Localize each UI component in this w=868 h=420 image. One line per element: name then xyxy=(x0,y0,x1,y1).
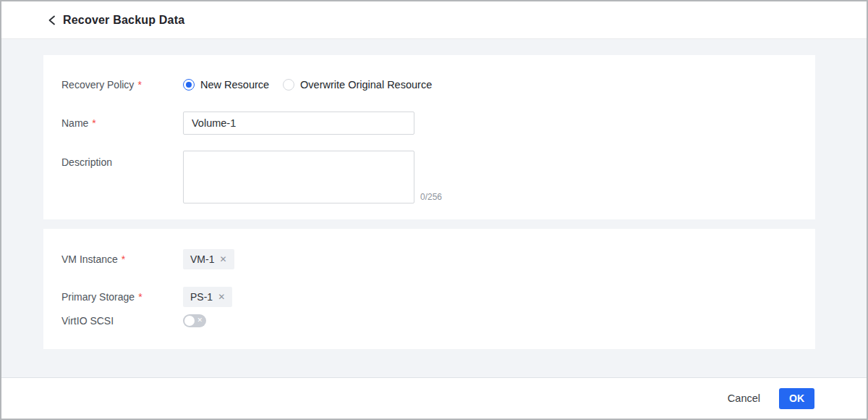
remove-tag-icon[interactable]: ✕ xyxy=(219,255,226,264)
description-row: Description 0/256 xyxy=(61,151,815,203)
page-title: Recover Backup Data xyxy=(63,14,184,27)
radio-new-resource-label: New Resource xyxy=(200,79,269,91)
resource-settings-card: VM Instance * VM-1 ✕ Primary Storage * P… xyxy=(43,229,815,349)
description-control: 0/256 xyxy=(183,151,442,203)
primary-storage-row: Primary Storage * PS-1 ✕ xyxy=(61,287,815,307)
required-asterisk: * xyxy=(122,253,125,265)
required-asterisk: * xyxy=(92,117,95,129)
chevron-left-icon xyxy=(47,15,56,25)
radio-new-resource[interactable]: New Resource xyxy=(183,79,269,91)
vm-instance-label: VM Instance * xyxy=(61,253,183,265)
dialog-footer: Cancel OK xyxy=(1,377,867,419)
toggle-off-icon: ✕ xyxy=(197,317,203,324)
radio-unselected-icon[interactable] xyxy=(283,79,294,91)
label-text: Recovery Policy xyxy=(61,79,134,91)
vm-instance-tag[interactable]: VM-1 ✕ xyxy=(183,249,234,269)
tag-text: PS-1 xyxy=(190,291,213,303)
name-row: Name * xyxy=(61,112,815,135)
required-asterisk: * xyxy=(137,79,141,91)
recovery-policy-radio-group: New Resource Overwrite Original Resource xyxy=(183,79,432,91)
recovery-policy-label: Recovery Policy * xyxy=(61,79,183,91)
radio-overwrite-original-label: Overwrite Original Resource xyxy=(300,79,432,91)
primary-storage-tag[interactable]: PS-1 ✕ xyxy=(183,287,232,307)
description-textarea[interactable] xyxy=(183,151,414,203)
description-label: Description xyxy=(61,151,183,168)
label-text: Primary Storage xyxy=(61,291,135,303)
toggle-knob xyxy=(184,316,195,326)
recovery-policy-row: Recovery Policy * New Resource Overwrite… xyxy=(61,77,815,93)
dialog-header: Recover Backup Data xyxy=(1,1,867,39)
back-button[interactable] xyxy=(46,14,57,26)
vm-instance-row: VM Instance * VM-1 ✕ xyxy=(61,249,815,269)
cancel-button[interactable]: Cancel xyxy=(728,392,760,404)
label-text: VM Instance xyxy=(61,253,118,265)
tag-text: VM-1 xyxy=(190,253,214,265)
name-label: Name * xyxy=(61,117,183,129)
primary-storage-label: Primary Storage * xyxy=(61,291,183,303)
label-text: Description xyxy=(61,156,112,168)
virtio-scsi-row: VirtIO SCSI ✕ xyxy=(61,314,815,327)
virtio-scsi-toggle[interactable]: ✕ xyxy=(183,314,206,327)
radio-overwrite-original-resource[interactable]: Overwrite Original Resource xyxy=(283,79,432,91)
name-input[interactable] xyxy=(183,112,414,135)
radio-selected-icon[interactable] xyxy=(183,79,195,91)
dialog-body: Recovery Policy * New Resource Overwrite… xyxy=(1,39,867,377)
remove-tag-icon[interactable]: ✕ xyxy=(218,293,225,301)
general-settings-card: Recovery Policy * New Resource Overwrite… xyxy=(43,55,815,219)
virtio-scsi-label: VirtIO SCSI xyxy=(61,315,183,327)
recover-backup-data-dialog: Recover Backup Data Recovery Policy * Ne… xyxy=(0,0,868,420)
required-asterisk: * xyxy=(138,291,142,303)
char-counter: 0/256 xyxy=(420,193,442,203)
label-text: Name xyxy=(61,117,88,129)
ok-button[interactable]: OK xyxy=(779,388,814,409)
label-text: VirtIO SCSI xyxy=(61,315,114,327)
